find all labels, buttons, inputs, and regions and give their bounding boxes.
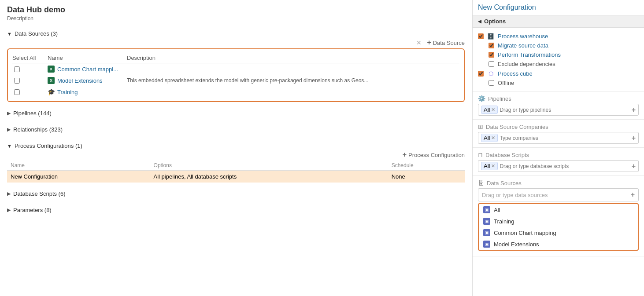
data-sources-config-title: 🗄 Data Sources: [478, 179, 639, 186]
pipelines-header[interactable]: ▶ Pipelines (144): [7, 108, 465, 118]
add-data-source-button[interactable]: + Data Source: [427, 39, 465, 47]
exclude-deps-label: Exclude dependencies: [498, 61, 555, 67]
db-scripts-input[interactable]: [500, 163, 629, 169]
row2-desc: This embedded spreadsheet extends the mo…: [127, 77, 459, 84]
db-scripts-config-label: Database Scripts: [485, 152, 529, 158]
checkbox-cell-1[interactable]: [12, 66, 48, 72]
config-schedule: None: [388, 171, 465, 183]
dropdown-item-training[interactable]: ▣ Training: [479, 216, 638, 227]
process-config-table-container: Name Options Schedule New Configuration …: [7, 161, 465, 183]
add-process-config-button[interactable]: + Process Configuration: [403, 151, 465, 159]
plus-icon: +: [403, 151, 407, 159]
migrate-source-checkbox[interactable]: [489, 43, 494, 48]
arrow-down-icon: ▼: [7, 143, 12, 149]
data-sources-actions: ✕ + Data Source: [7, 39, 465, 47]
pipelines-config-section: ⚙️ Pipelines All ✕ +: [473, 91, 644, 120]
row1-checkbox[interactable]: [14, 66, 20, 72]
dropdown-item-training-label: Training: [494, 218, 514, 225]
process-config-row[interactable]: New Configuration All pipelines, All dat…: [7, 171, 465, 183]
select-all-col: Select All: [12, 55, 48, 61]
process-warehouse-checkbox[interactable]: [478, 33, 484, 39]
options-list: 🗄️ Process warehouse Migrate source data…: [473, 28, 644, 91]
row3-name-label: Training: [57, 89, 78, 95]
process-configs-header[interactable]: ▼ Process Configurations (1): [7, 141, 465, 151]
pipelines-tag-label: All: [484, 106, 490, 113]
excel-icon-1: X: [48, 66, 55, 73]
data-sources-config-icon: 🗄: [478, 179, 484, 186]
data-sources-table: Select All Name Description X Common Cha…: [12, 53, 459, 98]
process-table-header-row: Name Options Schedule: [7, 161, 465, 171]
row2-checkbox[interactable]: [14, 78, 20, 84]
row3-checkbox[interactable]: [14, 89, 20, 95]
options-section-header[interactable]: ◀ Options: [473, 15, 644, 28]
arrow-right-icon: ▶: [7, 191, 11, 197]
options-header: Options: [150, 161, 388, 171]
checkbox-cell-2[interactable]: [12, 78, 48, 84]
remove-companies-tag-button[interactable]: ✕: [491, 135, 495, 141]
db-scripts-config-section: ⊓ Database Scripts All ✕ +: [473, 148, 644, 176]
row1-name-label: Common Chart mappi...: [57, 66, 118, 73]
data-source-companies-section: ⊞ Data Source Companies All ✕ +: [473, 120, 644, 148]
dropdown-item-all[interactable]: ▣ All: [479, 204, 638, 216]
add-db-script-button[interactable]: +: [632, 162, 636, 170]
pipelines-input[interactable]: [500, 107, 629, 113]
row3-name[interactable]: 🎓 Training: [48, 88, 127, 95]
checkbox-cell-3[interactable]: [12, 89, 48, 95]
table-row: X Common Chart mappi...: [12, 63, 459, 75]
data-sources-header[interactable]: ▼ Data Sources (3): [7, 29, 465, 39]
schedule-header: Schedule: [388, 161, 465, 171]
options-arrow-icon: ◀: [478, 19, 481, 24]
remove-db-scripts-tag-button[interactable]: ✕: [491, 163, 495, 169]
data-sources-drag-input[interactable]: Drag or type data sources +: [478, 188, 639, 201]
right-panel: New Configuration ◀ Options 🗄️ Process w…: [472, 0, 644, 296]
process-cube-label: Process cube: [498, 70, 533, 77]
db-scripts-tag-input[interactable]: All ✕ +: [478, 160, 639, 172]
pipelines-icon: ⚙️: [478, 95, 485, 102]
add-process-config-label: Process Configuration: [408, 152, 465, 158]
options-label: Options: [484, 18, 506, 25]
remove-data-source-button[interactable]: ✕: [416, 39, 422, 46]
pipelines-tag-input[interactable]: All ✕ +: [478, 104, 639, 116]
parameters-section: ▶ Parameters (8): [7, 205, 465, 215]
row2-name[interactable]: X Model Extensions: [48, 77, 127, 84]
migrate-source-row: Migrate source data: [478, 41, 639, 50]
data-sources-title: Data Sources (3): [15, 30, 58, 37]
relationships-header[interactable]: ▶ Relationships (323): [7, 124, 465, 135]
process-configs-section: ▼ Process Configurations (1) + Process C…: [7, 141, 465, 183]
perform-transform-checkbox[interactable]: [489, 52, 494, 58]
relationships-title: Relationships (323): [13, 126, 63, 133]
row1-name[interactable]: X Common Chart mappi...: [48, 66, 127, 73]
dropdown-item-model-extensions[interactable]: ▣ Model Extensions: [479, 238, 638, 250]
table-row: 🎓 Training: [12, 86, 459, 98]
process-config-actions: + Process Configuration: [7, 151, 465, 159]
remove-pipelines-tag-button[interactable]: ✕: [491, 107, 495, 113]
companies-tag-input[interactable]: All ✕ +: [478, 132, 639, 144]
table-header: Select All Name Description: [12, 53, 459, 63]
arrow-right-icon: ▶: [7, 127, 11, 132]
parameters-header[interactable]: ▶ Parameters (8): [7, 205, 465, 215]
db-scripts-icon: ⊓: [478, 151, 483, 158]
pipelines-config-label: Pipelines: [488, 95, 511, 102]
exclude-deps-checkbox[interactable]: [489, 61, 494, 67]
ds-training-icon: ▣: [483, 218, 490, 225]
right-panel-title: New Configuration: [478, 4, 639, 11]
process-cube-checkbox[interactable]: [478, 71, 484, 77]
add-data-source-config-button[interactable]: +: [631, 191, 635, 199]
process-config-table: Name Options Schedule New Configuration …: [7, 161, 465, 183]
companies-input[interactable]: [500, 135, 629, 141]
offline-checkbox[interactable]: [489, 80, 494, 86]
arrow-right-icon: ▶: [7, 110, 11, 116]
companies-config-label: Data Source Companies: [486, 124, 548, 130]
pipelines-section: ▶ Pipelines (144): [7, 108, 465, 118]
add-data-source-label: Data Source: [433, 40, 465, 46]
add-company-button[interactable]: +: [632, 134, 636, 142]
add-pipeline-button[interactable]: +: [632, 106, 636, 114]
perform-transform-row: Perform Transformations: [478, 50, 639, 59]
app-title: Data Hub demo: [7, 5, 465, 15]
dropdown-item-common-chart[interactable]: ▣ Common Chart mapping: [479, 227, 638, 238]
exclude-deps-row: Exclude dependencies: [478, 59, 639, 69]
name-header: Name: [7, 161, 150, 171]
data-sources-box: Select All Name Description X Common Cha…: [7, 48, 465, 102]
data-sources-section: ▼ Data Sources (3) ✕ + Data Source Selec…: [7, 29, 465, 102]
database-scripts-header[interactable]: ▶ Database Scripts (6): [7, 189, 465, 199]
